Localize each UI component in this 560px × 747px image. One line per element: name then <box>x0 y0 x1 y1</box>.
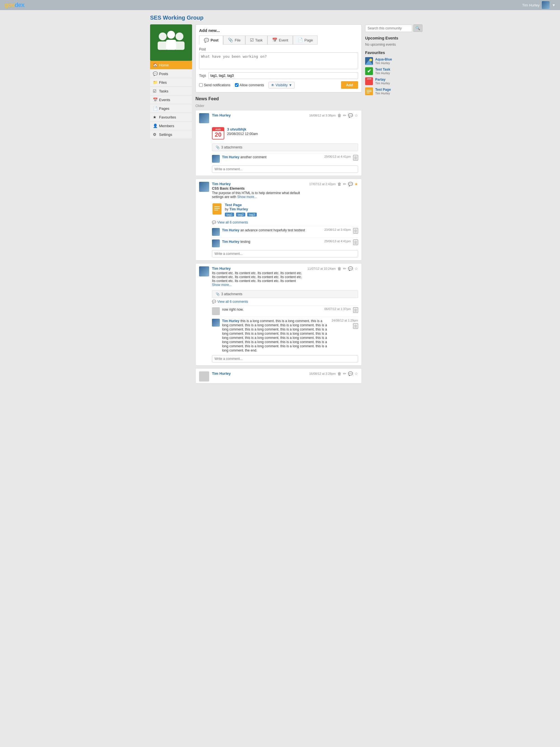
fav-title-4[interactable]: Test Page <box>375 88 391 92</box>
comment-meta-2-2: Tim Hurley testing <box>222 239 322 244</box>
feed-author-1[interactable]: Tim Hurley <box>212 113 231 118</box>
star-btn-1[interactable]: ☆ <box>354 113 358 118</box>
comment-delete-2-1[interactable]: 🗑 <box>353 228 358 234</box>
post-textarea[interactable] <box>199 52 358 69</box>
inner-page-title-2[interactable]: Test Page <box>225 203 258 207</box>
star-btn-2[interactable]: ★ <box>354 182 358 186</box>
page-svg-2 <box>212 203 222 215</box>
attachments-bar-1: 📎 3 attachments <box>212 144 358 151</box>
delete-btn-2[interactable]: 🗑 <box>338 182 341 186</box>
comment-author-2-1[interactable]: Tim Hurley <box>222 228 239 232</box>
event-tab-icon: 📅 <box>272 37 277 43</box>
sidebar-item-home[interactable]: 🏠 Home <box>150 61 192 70</box>
tab-post[interactable]: 💬 Post <box>199 35 223 45</box>
tab-file[interactable]: 📎 File <box>223 35 245 45</box>
tags-input[interactable] <box>208 72 358 79</box>
comment-delete-1-1[interactable]: 🗑 <box>353 155 358 160</box>
edit-btn-1[interactable]: ✏ <box>343 113 346 118</box>
comment-btn-4[interactable]: 💬 <box>348 371 353 376</box>
star-btn-4[interactable]: ☆ <box>354 371 358 376</box>
main-content: Add new... 💬 Post 📎 File ☑ Task <box>195 24 362 386</box>
actions-row: Send notifications Allow comments 👁 Visi… <box>199 81 358 89</box>
comment-btn-2[interactable]: 💬 <box>348 182 353 186</box>
fav-title-2[interactable]: Test Task <box>375 68 390 71</box>
fav-text-4: Test Page Tim Hurley <box>375 88 391 95</box>
sidebar-item-events[interactable]: 📅 Events <box>150 96 192 104</box>
upcoming-events-title: Upcoming Events <box>365 36 410 40</box>
comment-author-3-2[interactable]: Tim Hurley <box>222 319 239 323</box>
show-more-3[interactable]: Show more... <box>212 283 232 287</box>
content-title-1[interactable]: 3 utvulbhjk <box>227 127 258 131</box>
feed-actions-1: 🗑 ✏ 💬 ☆ <box>338 113 358 118</box>
inner-page-author-2[interactable]: Tim Hurley <box>229 207 248 211</box>
comment-text-2-1: an advance comment hopefully test testte… <box>240 228 305 232</box>
comment-delete-3-2[interactable]: 🗑 <box>353 323 358 329</box>
send-notifications-checkbox[interactable] <box>199 83 203 87</box>
view-comments-label-2: View all 6 comments <box>217 221 248 224</box>
search-input[interactable] <box>365 25 412 32</box>
visibility-icon: 👁 <box>271 83 274 87</box>
allow-comments-label[interactable]: Allow comments <box>235 83 264 87</box>
tab-page[interactable]: 📄 Page <box>293 35 318 45</box>
delete-btn-1[interactable]: 🗑 <box>338 113 341 118</box>
edit-btn-2[interactable]: ✏ <box>343 182 346 186</box>
comment-time-1-1: 29/06/13 at 4:41pm <box>324 155 351 158</box>
comment-time-3-2: 24/08/12 at 1:29pm <box>331 319 358 322</box>
feed-author-3[interactable]: Tim Hurley <box>212 266 231 271</box>
comment-btn-3[interactable]: 💬 <box>348 266 353 271</box>
comment-avatar-3-1 <box>212 307 220 315</box>
edit-btn-4[interactable]: ✏ <box>343 371 346 376</box>
allow-comments-checkbox[interactable] <box>235 83 239 87</box>
fav-title-1[interactable]: Aqua-Blue <box>375 57 392 61</box>
view-comments-3[interactable]: 💬 View all 6 comments <box>212 300 358 304</box>
feed-avatar-1 <box>199 113 209 123</box>
sidebar-item-settings[interactable]: ⚙ Settings <box>150 130 192 139</box>
feed-meta-1: Tim Hurley <box>212 113 306 118</box>
comment-btn-1[interactable]: 💬 <box>348 113 353 118</box>
write-comment-2[interactable] <box>212 250 358 257</box>
star-btn-3[interactable]: ☆ <box>354 266 358 271</box>
sidebar-item-members[interactable]: 👤 Members <box>150 122 192 130</box>
feed-author-2[interactable]: Tim Hurley <box>212 182 231 186</box>
add-new-panel: Add new... 💬 Post 📎 File ☑ Task <box>195 24 362 93</box>
sidebar-item-files[interactable]: 📁 Files <box>150 78 192 87</box>
sidebar-item-favourites[interactable]: ★ Favourites <box>150 113 192 122</box>
add-button[interactable]: Add <box>341 81 358 89</box>
user-area: Tim Hurley ▼ <box>522 1 556 9</box>
view-comments-2[interactable]: 💬 View all 6 comments <box>212 221 358 224</box>
feed-author-4[interactable]: Tim Hurley <box>212 371 231 376</box>
delete-btn-4[interactable]: 🗑 <box>338 371 341 376</box>
visibility-button[interactable]: 👁 Visibility ▼ <box>268 82 295 88</box>
fav-item-4: Test Page Tim Hurley <box>365 87 410 95</box>
delete-btn-3[interactable]: 🗑 <box>338 266 341 271</box>
by-label-2: by <box>225 207 229 211</box>
comment-delete-3-1[interactable]: 🗑 <box>353 307 358 313</box>
comment-1-1: Tim Hurley another comment 29/06/13 at 4… <box>212 153 358 164</box>
feed-meta-4: Tim Hurley <box>212 371 306 376</box>
comment-author-1-1[interactable]: Tim Hurley <box>222 155 239 159</box>
sidebar-item-tasks[interactable]: ☑ Tasks <box>150 87 192 96</box>
comment-meta-3-2: Tim Hurley this is a long comment. this … <box>222 319 329 352</box>
file-tab-icon: 📎 <box>228 37 233 43</box>
tab-event[interactable]: 📅 Event <box>267 35 293 45</box>
write-comment-3[interactable] <box>212 355 358 362</box>
user-menu-arrow[interactable]: ▼ <box>552 3 556 7</box>
show-more-2[interactable]: Show more... <box>237 195 257 199</box>
post-box-label: Post <box>199 47 358 51</box>
edit-btn-3[interactable]: ✏ <box>343 266 346 271</box>
tab-task[interactable]: ☑ Task <box>245 35 267 45</box>
comment-delete-2-2[interactable]: 🗑 <box>353 239 358 245</box>
home-icon: 🏠 <box>153 63 157 67</box>
send-notifications-label[interactable]: Send notifications <box>199 83 231 87</box>
comment-author-2-2[interactable]: Tim Hurley <box>222 240 239 244</box>
sidebar-item-posts[interactable]: 💬 Posts <box>150 70 192 78</box>
sidebar-item-pages[interactable]: 📄 Pages <box>150 104 192 113</box>
fav-title-3[interactable]: Partay <box>375 78 390 81</box>
search-box: 🔍 <box>365 24 410 32</box>
task-tab-icon: ☑ <box>250 37 254 43</box>
write-comment-1[interactable] <box>212 165 358 173</box>
page: SES Working Group 🏠 Home <box>145 10 415 391</box>
inner-post-1: AUG 20 3 utvulbhjk 20/08/2012 12:00am <box>212 125 358 142</box>
search-button[interactable]: 🔍 <box>413 24 423 32</box>
cal-month-1: AUG <box>213 128 224 131</box>
